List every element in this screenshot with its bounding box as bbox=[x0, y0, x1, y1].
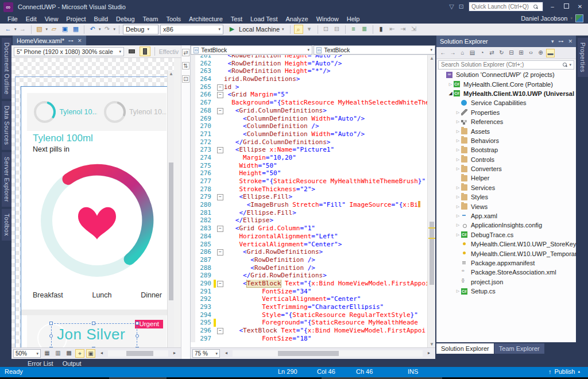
home-icon[interactable]: ⌂ bbox=[458, 49, 467, 57]
scroll-down-icon[interactable]: ▼ bbox=[428, 342, 435, 347]
designer-canvas[interactable]: Tylenol 10... Tylenol 10... Tylenol 100m… bbox=[11, 58, 174, 347]
code-line[interactable]: 288<RowDefinition /> bbox=[191, 264, 427, 272]
account-name[interactable]: Daniel Jacobson bbox=[521, 15, 567, 22]
device-preview-combo[interactable]: 5" Phone (1920 x 1080) 300% scale ▾ bbox=[14, 47, 124, 56]
swap-panes-icon[interactable]: ⇄ bbox=[182, 49, 189, 56]
close-icon[interactable]: ✕ bbox=[568, 38, 572, 44]
back-dropdown-icon[interactable]: ▾ bbox=[14, 27, 17, 32]
menu-item-window[interactable]: Window bbox=[312, 14, 343, 24]
clear-bookmarks-icon[interactable]: ⇲ bbox=[409, 25, 419, 34]
undo-dropdown-icon[interactable]: ▾ bbox=[99, 27, 101, 32]
sidebar-tab-toolbox[interactable]: Toolbox bbox=[2, 209, 12, 241]
code-view[interactable]: 261<RowDefinition Height="Auto"/>262<Row… bbox=[191, 55, 427, 347]
code-line[interactable]: 266<Grid Margin="5" bbox=[191, 91, 427, 99]
back-icon[interactable]: ← bbox=[439, 49, 447, 57]
menu-item-build[interactable]: Build bbox=[90, 14, 112, 24]
code-line[interactable]: 291FontSize="34" bbox=[191, 288, 427, 296]
solution-search-input[interactable] bbox=[441, 61, 563, 68]
solution-search[interactable]: ▾ bbox=[436, 59, 576, 70]
code-line[interactable]: 263<RowDefinition Height="*"/> bbox=[191, 67, 427, 75]
properties-icon[interactable]: ⊕ bbox=[536, 49, 545, 57]
tree-item-solution-connectuwp-2-projects[interactable]: ∞Solution 'ConnectUWP' (2 projects) bbox=[436, 70, 576, 79]
code-line[interactable]: 270<ColumnDefinition /> bbox=[191, 122, 427, 130]
new-dropdown-icon[interactable]: ▾ bbox=[46, 27, 48, 32]
fold-marker[interactable] bbox=[216, 225, 224, 233]
pin-icon[interactable]: ⊶ bbox=[558, 38, 563, 44]
code-line[interactable]: 284HorizontalAlignment="Left" bbox=[191, 233, 427, 241]
scroll-up-icon[interactable]: ▲ bbox=[428, 56, 435, 61]
collapsed-arrow-icon[interactable]: ▷ bbox=[455, 204, 461, 209]
solution-platform-combo[interactable]: x86▾ bbox=[160, 25, 223, 34]
code-line[interactable]: 265id > bbox=[191, 83, 427, 91]
scrollbar-thumb[interactable] bbox=[126, 351, 153, 356]
designer-horizontal-scrollbar[interactable] bbox=[108, 350, 168, 357]
panel-tab-solution-explorer[interactable]: Solution Explorer bbox=[436, 343, 494, 354]
sidebar-tab-data-sources[interactable]: Data Sources bbox=[2, 101, 12, 149]
code-line[interactable]: 278StrokeThickness="2"> bbox=[191, 185, 427, 194]
collapsed-arrow-icon[interactable]: ▷ bbox=[455, 223, 461, 227]
filter-icon[interactable]: ▽ bbox=[449, 3, 454, 10]
sidebar-tab-server-explorer[interactable]: Server Explorer bbox=[2, 152, 12, 207]
toolbar-overflow-icon[interactable]: ▾ bbox=[305, 25, 314, 34]
grid-toggle-icon[interactable]: ▦ bbox=[42, 349, 52, 358]
medication-summary-card[interactable]: Tylenol 10... Tylenol 10... bbox=[27, 93, 167, 131]
code-line[interactable]: 287<RowDefinition /> bbox=[191, 256, 427, 264]
panel-tab-error-list[interactable]: Error List bbox=[28, 360, 53, 367]
code-line[interactable]: 293TextTrimming="CharacterEllipsis" bbox=[191, 303, 427, 311]
resize-handle[interactable] bbox=[49, 322, 53, 325]
outdent-icon[interactable]: ≣ bbox=[360, 25, 369, 34]
phone-preview[interactable]: Tylenol 10... Tylenol 10... Tylenol 100m… bbox=[21, 86, 172, 347]
menu-item-project[interactable]: Project bbox=[62, 14, 90, 24]
anchor-handle[interactable] bbox=[49, 334, 53, 338]
editor-vertical-scrollbar[interactable]: ▲ ▼ bbox=[427, 55, 435, 347]
tree-item-myhealth-client-w10-uwp-storekey-pfx[interactable]: MyHealth.Client.W10.UWP_StoreKey.pfx bbox=[436, 239, 576, 249]
view-code-icon[interactable]: ‹› bbox=[527, 49, 535, 57]
code-line[interactable]: 292VerticalAlignment="Center" bbox=[191, 295, 427, 303]
navigate-back-icon[interactable]: ← bbox=[3, 25, 13, 34]
code-line[interactable]: 285VerticalAlignment="Center"> bbox=[191, 241, 427, 249]
bookmark-icon[interactable]: ▮ bbox=[377, 25, 386, 34]
element-breadcrumb-left[interactable]: ‹› TextBlock ▾ bbox=[191, 45, 312, 55]
code-line[interactable]: 264irid.RowDefinitions> bbox=[191, 75, 427, 83]
quick-launch-box[interactable] bbox=[469, 2, 543, 11]
collapsed-arrow-icon[interactable]: ▷ bbox=[455, 185, 461, 190]
fold-marker[interactable] bbox=[216, 146, 224, 154]
code-line[interactable]: 286<Grid.RowDefinitions> bbox=[191, 248, 427, 256]
tree-item-service-capabilities[interactable]: Service Capabilities bbox=[436, 98, 576, 107]
snap-to-gridlines-icon[interactable]: ⌖ bbox=[75, 349, 84, 358]
save-all-icon[interactable]: ▦ bbox=[71, 25, 80, 34]
collapsed-arrow-icon[interactable]: ▷ bbox=[455, 157, 461, 162]
patient-card[interactable]: Jon Silver Urgent bbox=[27, 315, 167, 347]
menu-item-team[interactable]: Team bbox=[139, 14, 163, 24]
redo-icon[interactable]: ↷ bbox=[103, 25, 112, 34]
navigate-forward-icon[interactable]: → bbox=[18, 25, 28, 34]
tree-item-styles[interactable]: ▷Styles bbox=[436, 192, 576, 202]
menu-item-tools[interactable]: Tools bbox=[162, 14, 185, 24]
code-line[interactable]: 269<ColumnDefinition Width="Auto"/> bbox=[191, 115, 427, 123]
code-line[interactable]: 271<ColumnDefinition Width="Auto"/> bbox=[191, 130, 427, 138]
refresh-icon[interactable]: ↻ bbox=[497, 49, 506, 57]
scroll-right-icon[interactable]: ▸ bbox=[170, 349, 179, 358]
indent-icon[interactable]: ≡ bbox=[349, 25, 358, 34]
code-line[interactable]: 296<TextBlock Text="{x:Bind HomeViewMode… bbox=[191, 327, 427, 335]
tree-item-services[interactable]: ▷Services bbox=[436, 183, 576, 192]
fold-marker[interactable] bbox=[216, 91, 224, 99]
collapsed-arrow-icon[interactable]: ▷ bbox=[447, 82, 454, 87]
tree-item-package-storeassociation-xml[interactable]: Package.StoreAssociation.xml bbox=[436, 268, 576, 277]
redo-dropdown-icon[interactable]: ▾ bbox=[114, 27, 116, 32]
tree-item-properties[interactable]: ▷Properties bbox=[436, 108, 576, 117]
portrait-orientation-button[interactable] bbox=[140, 47, 150, 56]
scroll-right-icon[interactable]: ▸ bbox=[424, 349, 434, 358]
code-line[interactable]: 274Margin="10,20" bbox=[191, 154, 427, 162]
pin-icon[interactable]: ⊶ bbox=[68, 38, 74, 44]
undo-icon[interactable]: ↶ bbox=[88, 25, 97, 34]
fold-marker[interactable] bbox=[216, 248, 224, 256]
code-line[interactable]: 295Foreground="{StaticResource MyHealthH… bbox=[191, 319, 427, 327]
solution-explorer-header[interactable]: Solution Explorer ▾ ⊶ ✕ bbox=[436, 36, 576, 47]
collapsed-arrow-icon[interactable]: ▷ bbox=[455, 119, 461, 124]
scroll-left-icon[interactable]: ◂ bbox=[222, 349, 231, 358]
preview-selected-items-icon[interactable]: ▬ bbox=[546, 49, 555, 57]
snap-to-snaplines-icon[interactable]: ▣ bbox=[86, 349, 95, 358]
code-line[interactable]: 267Background="{StaticResource MyHealthS… bbox=[191, 99, 427, 107]
tree-item-controls[interactable]: ▷Controls bbox=[436, 155, 576, 164]
